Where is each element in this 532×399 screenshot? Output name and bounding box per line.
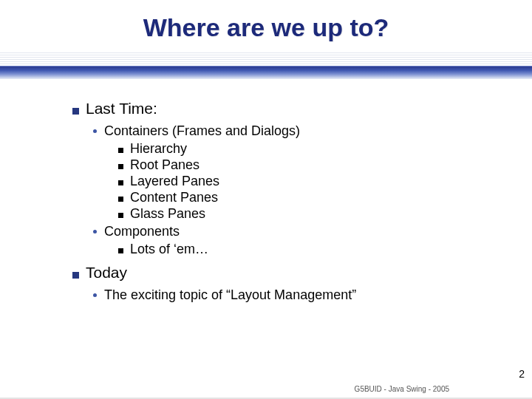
sub-bullet-label: Hierarchy — [130, 141, 187, 157]
dot-bullet-icon — [93, 129, 97, 133]
slide-content: Last Time: Containers (Frames and Dialog… — [0, 79, 532, 303]
slide-title: Where are we up to? — [0, 13, 532, 42]
sub-bullet-item: Glass Panes — [118, 206, 532, 222]
small-square-bullet-icon — [118, 148, 123, 153]
sub-bullet-label: Layered Panes — [130, 174, 219, 189]
header-thinlines — [0, 52, 532, 66]
sub-bullet-label: Root Panes — [130, 157, 200, 173]
header-bar — [0, 66, 532, 79]
bullet-item: The exciting topic of “Layout Management… — [93, 287, 532, 303]
sub-bullet-item: Root Panes — [118, 157, 532, 173]
sub-bullet-item: Content Panes — [118, 190, 532, 205]
bullet-label: Components — [104, 224, 180, 239]
sub-bullet-item: Layered Panes — [118, 174, 532, 189]
square-bullet-icon — [72, 108, 79, 115]
page-number: 2 — [519, 368, 525, 380]
footer-course-text: G5BUID - Java Swing - 2005 — [355, 385, 449, 393]
sub-bullet-item: Hierarchy — [118, 141, 532, 157]
sub-bullet-label: Glass Panes — [130, 206, 205, 222]
bullet-label: The exciting topic of “Layout Management… — [104, 287, 356, 303]
small-square-bullet-icon — [118, 248, 123, 253]
small-square-bullet-icon — [118, 197, 123, 202]
bullet-item: Components — [93, 224, 532, 239]
section-heading-last-time: Last Time: — [72, 100, 532, 117]
dot-bullet-icon — [93, 293, 97, 297]
section-heading-text: Last Time: — [86, 100, 157, 117]
bullet-item: Containers (Frames and Dialogs) — [93, 123, 532, 139]
square-bullet-icon — [72, 272, 79, 279]
sub-bullet-label: Content Panes — [130, 190, 218, 205]
section-heading-today: Today — [72, 264, 532, 282]
dot-bullet-icon — [93, 230, 97, 233]
sub-bullet-label: Lots of ‘em… — [130, 242, 208, 257]
small-square-bullet-icon — [118, 180, 123, 185]
header-rules — [0, 52, 532, 79]
small-square-bullet-icon — [118, 213, 123, 218]
section-spacer — [72, 258, 532, 264]
sub-bullet-item: Lots of ‘em… — [118, 242, 532, 257]
bullet-label: Containers (Frames and Dialogs) — [104, 123, 300, 139]
section-heading-text: Today — [86, 264, 127, 282]
small-square-bullet-icon — [118, 164, 123, 169]
slide-header: Where are we up to? — [0, 0, 532, 79]
